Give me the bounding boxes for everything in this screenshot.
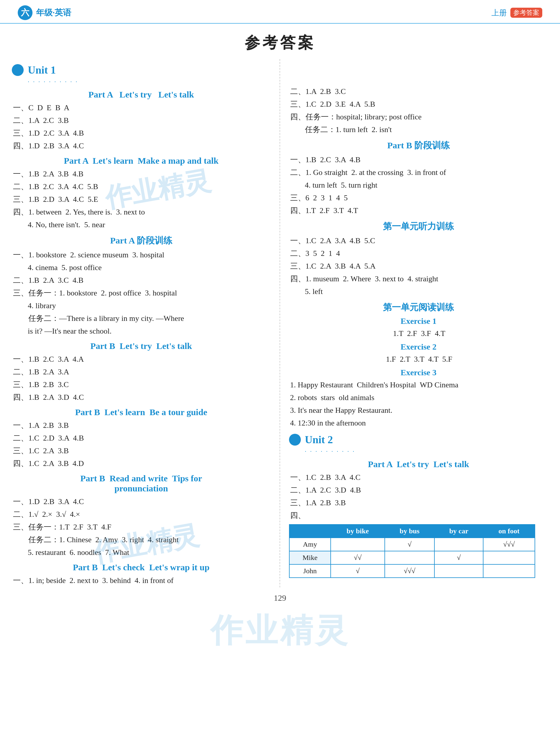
unit1-title: Unit 1 — [28, 64, 56, 76]
table-cell-car: √ — [434, 551, 483, 564]
table-row: Amy √ √√√ — [289, 538, 535, 551]
table-cell-name: Mike — [289, 551, 331, 564]
unit2-title: Unit 2 — [305, 433, 333, 446]
section-partb-learn: Part B Let's learn Be a tour guide — [12, 407, 271, 417]
ans-line: 1. Happy Restaurant Children's Hospital … — [289, 379, 548, 391]
ans-line: 四、1.T 2.F 3.T 4.T — [289, 205, 548, 216]
footer-watermark: 作业精灵 — [0, 606, 560, 653]
section-partb-rw: Part B Read and write Tips forpronunciat… — [12, 473, 271, 493]
ans-line: 一、1.B 2.A 3.B 4.B — [12, 168, 271, 180]
ans-line: 一、1. in; beside 2. next to 3. behind 4. … — [12, 575, 271, 586]
table-cell-car — [434, 538, 483, 551]
table-cell-name: Amy — [289, 538, 331, 551]
table-cell-car — [434, 564, 483, 578]
exercise2-heading: Exercise 2 — [289, 342, 548, 352]
page: 六 年级·英语 上册 参考答案 参考答案 Unit 1 · · · · · · … — [0, 0, 560, 752]
ans-line: 三、1.C 2.D 3.E 4.A 5.B — [289, 98, 548, 110]
section-parta-stage: Part A 阶段训练 — [12, 235, 271, 247]
ans-line: 5. left — [289, 286, 548, 297]
page-number: 129 — [0, 593, 560, 603]
ans-line: 四、 — [289, 510, 548, 521]
ans-line: 4. turn left 5. turn right — [289, 179, 548, 191]
ans-line: is it? —It's near the school. — [12, 325, 271, 337]
unit2-table: by bike by bus by car on foot Amy √ √√√ — [289, 524, 536, 578]
ans-line: 二、1.A 2.C 3.D 4.B — [289, 484, 548, 496]
ans-line: 一、1.C 2.B 3.A 4.C — [289, 472, 548, 483]
ans-line: 一、1.B 2.C 3.A 4.B — [289, 154, 548, 165]
ans-line: 三、1.B 2.D 3.A 4.C 5.E — [12, 194, 271, 205]
main-title: 参考答案 — [0, 24, 560, 59]
header-right: 上册 参考答案 — [492, 8, 542, 18]
ans-line: 三、任务一：1. bookstore 2. post office 3. hos… — [12, 287, 271, 299]
table-cell-foot — [483, 564, 535, 578]
section-partb-stage: Part B 阶段训练 — [289, 140, 548, 151]
ans-line: 四、1. museum 2. Where 3. next to 4. strai… — [289, 273, 548, 285]
ans-line: 任务二：1. turn left 2. isn't — [289, 124, 548, 135]
table-row: John √ √√√ — [289, 564, 535, 578]
ans-line: 二、1.A 2.C 3.B — [12, 115, 271, 126]
answer-badge: 参考答案 — [511, 8, 542, 18]
table-cell-bike — [331, 538, 384, 551]
ans-line: 二、1.B 2.A 3.C 4.B — [12, 275, 271, 286]
table-cell-name: John — [289, 564, 331, 578]
content-area: Unit 1 · · · · · · · · · · Part A Let's … — [0, 59, 560, 587]
ans-line: 二、1.C 2.D 3.A 4.B — [12, 432, 271, 444]
header: 六 年级·英语 上册 参考答案 — [0, 0, 560, 24]
ans-line: 2. robots stars old animals — [289, 392, 548, 403]
unit1-dot — [12, 64, 24, 76]
ans-line: 二、1.A 2.B 3.C — [289, 86, 548, 97]
table-cell-foot — [483, 551, 535, 564]
ans-line: 三、1.C 2.A 3.B — [12, 445, 271, 456]
ans-line: 三、1.A 2.B 3.B — [289, 497, 548, 509]
left-column: Unit 1 · · · · · · · · · · Part A Let's … — [12, 59, 280, 587]
table-cell-bus — [385, 551, 435, 564]
ans-line: 三、任务一：1.T 2.F 3.T 4.F — [12, 521, 271, 533]
table-row: Mike √√ √ — [289, 551, 535, 564]
ans-line: 四、1.C 2.A 3.B 4.D — [12, 458, 271, 469]
section-parta-learn: Part A Let's learn Make a map and talk — [12, 156, 271, 166]
table-header-bus: by bus — [385, 525, 435, 538]
unit2-dots: · · · · · · · · · · — [305, 448, 548, 455]
ans-line: 4. library — [12, 300, 271, 311]
section-unit1-read: 第一单元阅读训练 — [289, 301, 548, 313]
section-unit1-listen: 第一单元听力训练 — [289, 220, 548, 232]
ans-line: 四、任务一：hospital; library; post office — [289, 111, 548, 123]
ans-line: 一、1.A 2.B 3.B — [12, 420, 271, 431]
table-cell-bike: √√ — [331, 551, 384, 564]
unit1-heading: Unit 1 — [12, 64, 271, 76]
table-header-blank — [289, 525, 331, 538]
grade-label: 年级·英语 — [36, 7, 71, 18]
ans-line: 一、1.B 2.C 3.A 4.A — [12, 353, 271, 365]
ans-line: 三、1.C 2.A 3.B 4.A 5.A — [289, 260, 548, 272]
ans-line: 1.F 2.T 3.T 4.T 5.F — [289, 353, 548, 365]
ans-line: 一、1.D 2.B 3.A 4.C — [12, 496, 271, 507]
ans-line: 任务二：1. Chinese 2. Amy 3. right 4. straig… — [12, 534, 271, 546]
unit2-section-parta: Part A Let's try Let's talk — [289, 459, 548, 469]
unit2-heading: Unit 2 — [289, 433, 548, 446]
ans-line: 3. It's near the Happy Restaurant. — [289, 405, 548, 416]
ans-line: 任务二：—There is a library in my city. —Whe… — [12, 312, 271, 324]
ans-line: 4. 12:30 in the afternoon — [289, 417, 548, 429]
ans-line: 二、1.B 2.C 3.A 4.C 5.B — [12, 181, 271, 192]
unit2-dot — [289, 434, 301, 446]
table-header-car: by car — [434, 525, 483, 538]
section-partb-talk: Part B Let's try Let's talk — [12, 341, 271, 351]
ans-line: 三、1.D 2.C 3.A 4.B — [12, 127, 271, 139]
exercise1-heading: Exercise 1 — [289, 317, 548, 326]
right-column: 二、1.A 2.B 3.C 三、1.C 2.D 3.E 4.A 5.B 四、任务… — [280, 59, 548, 587]
ans-line: 二、1.√ 2.× 3.√ 4.× — [12, 509, 271, 520]
ans-line: 一、1. bookstore 2. science museum 3. hosp… — [12, 249, 271, 261]
ans-line: 二、1.B 2.A 3.A — [12, 366, 271, 378]
exercise3-heading: Exercise 3 — [289, 368, 548, 377]
grade-circle: 六 — [18, 5, 33, 20]
table-header-foot: on foot — [483, 525, 535, 538]
ans-line: 一、1.C 2.A 3.A 4.B 5.C — [289, 235, 548, 246]
ans-line: 4. cinema 5. post office — [12, 262, 271, 273]
table-cell-bus: √√√ — [385, 564, 435, 578]
ans-line: 二、3 5 2 1 4 — [289, 248, 548, 259]
ans-line: 二、1. Go straight 2. at the crossing 3. i… — [289, 167, 548, 178]
grade-number: 六 — [21, 7, 29, 18]
table-cell-bike: √ — [331, 564, 384, 578]
table-cell-bus: √ — [385, 538, 435, 551]
ans-line: 四、1.D 2.B 3.A 4.C — [12, 140, 271, 151]
